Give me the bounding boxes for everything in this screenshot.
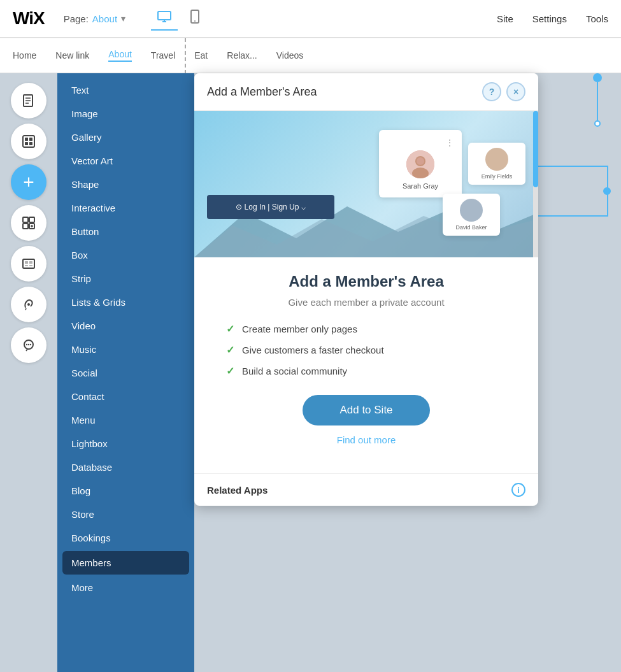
sidebar-elements-button[interactable] (11, 124, 46, 159)
nav-home[interactable]: Home (13, 50, 36, 61)
svg-rect-12 (25, 142, 28, 145)
svg-rect-14 (23, 217, 28, 222)
nav-newlink[interactable]: New link (55, 50, 89, 61)
find-out-more-link[interactable]: Find out more (213, 434, 519, 445)
selection-handle[interactable] (603, 187, 611, 195)
modal-content-subtitle: Give each member a private account (213, 297, 519, 308)
add-panel-members[interactable]: Members (62, 551, 189, 575)
svg-point-28 (26, 344, 27, 345)
svg-rect-15 (29, 217, 34, 222)
add-panel-strip[interactable]: Strip (57, 267, 194, 290)
svg-point-25 (27, 303, 30, 306)
nav-relax[interactable]: Relax... (227, 50, 257, 61)
sidebar-add-button[interactable]: + (11, 164, 46, 200)
svg-rect-24 (29, 265, 32, 266)
add-panel-listsgrids[interactable]: Lists & Grids (57, 290, 194, 314)
preview-login-bar: ⊙ Log In | Sign Up ⌵ (207, 195, 334, 219)
svg-point-37 (417, 157, 424, 165)
svg-rect-9 (23, 136, 34, 147)
svg-rect-16 (23, 224, 28, 229)
right-handle (593, 73, 602, 127)
device-buttons (151, 6, 206, 32)
sidebar-media-button[interactable] (11, 246, 46, 282)
handle-line (597, 82, 598, 120)
nav-videos[interactable]: Videos (276, 50, 304, 61)
sidebar-appmarket-button[interactable] (11, 205, 46, 241)
nav-travel[interactable]: Travel (151, 50, 175, 61)
add-panel-blog[interactable]: Blog (57, 479, 194, 503)
svg-line-31 (26, 349, 27, 351)
add-panel-lightbox[interactable]: Lightbox (57, 432, 194, 455)
modal-scrollbar-track[interactable] (533, 111, 538, 257)
modal-content-title: Add a Member's Area (213, 273, 519, 290)
add-panel-gallery[interactable]: Gallery (57, 125, 194, 149)
add-panel-more[interactable]: More (57, 576, 194, 599)
add-panel-button[interactable]: Button (57, 220, 194, 243)
tools-nav-item[interactable]: Tools (586, 13, 608, 24)
website-nav: Home New link About Travel Eat Relax... … (0, 38, 621, 73)
preview-emily-name: Emily Fields (473, 173, 520, 180)
related-apps-bar: Related Apps i (194, 473, 538, 506)
modal-help-button[interactable]: ? (482, 82, 501, 101)
add-to-site-button[interactable]: Add to Site (303, 395, 430, 425)
add-panel-interactive[interactable]: Interactive (57, 196, 194, 220)
settings-nav-item[interactable]: Settings (532, 13, 567, 24)
add-panel-menu[interactable]: Menu (57, 408, 194, 432)
modal-actions: ? × (482, 82, 525, 101)
related-apps-label: Related Apps (207, 485, 268, 496)
preview-sarah-name: Sarah Gray (387, 182, 454, 190)
svg-rect-22 (29, 261, 32, 264)
modal: Add a Member's Area ? × ⊙ Log In | Sign … (194, 73, 538, 506)
mobile-device-button[interactable] (184, 6, 206, 32)
add-panel-social[interactable]: Social (57, 361, 194, 385)
modal-title: Add a Member's Area (207, 85, 317, 99)
svg-rect-0 (158, 11, 171, 20)
page-name[interactable]: About (92, 13, 117, 24)
add-panel-store[interactable]: Store (57, 503, 194, 526)
svg-point-29 (28, 344, 29, 345)
site-nav-item[interactable]: Site (497, 13, 513, 24)
sidebar-chat-button[interactable] (11, 327, 46, 363)
modal-feature-1: ✓ Create member only pages (226, 323, 506, 335)
add-panel-shape[interactable]: Shape (57, 173, 194, 196)
nav-eat[interactable]: Eat (194, 50, 208, 61)
check-icon-2: ✓ (226, 344, 234, 356)
check-icon-1: ✓ (226, 323, 234, 335)
add-panel-video[interactable]: Video (57, 314, 194, 338)
nav-about[interactable]: About (108, 49, 132, 62)
desktop-device-button[interactable] (151, 7, 178, 31)
svg-rect-21 (25, 261, 28, 264)
page-selector[interactable]: Page: About ▾ (64, 13, 125, 24)
add-panel-text[interactable]: Text (57, 78, 194, 102)
svg-point-4 (194, 20, 196, 22)
login-text: ⊙ Log In | Sign Up ⌵ (236, 203, 306, 211)
modal-header: Add a Member's Area ? × (194, 73, 538, 111)
modal-scrollbar-thumb[interactable] (533, 111, 538, 187)
sidebar-blog-button[interactable] (11, 287, 46, 322)
preview-card-david: David Baker (443, 194, 500, 236)
modal-preview: ⊙ Log In | Sign Up ⌵ ⋮ Sarah Gray (194, 111, 538, 257)
three-dots-icon: ⋮ (387, 138, 454, 148)
add-panel-contact[interactable]: Contact (57, 385, 194, 408)
feature-label-3: Build a social community (242, 366, 347, 376)
info-icon[interactable]: i (511, 483, 525, 497)
selection-box (532, 166, 608, 217)
left-sidebar: + (0, 73, 57, 672)
add-panel-database[interactable]: Database (57, 455, 194, 479)
add-panel-music[interactable]: Music (57, 338, 194, 361)
wix-logo: WiX (13, 8, 45, 29)
chevron-down-icon[interactable]: ▾ (121, 13, 125, 24)
add-panel-bookings[interactable]: Bookings (57, 526, 194, 550)
preview-card-emily: Emily Fields (468, 143, 525, 185)
svg-point-30 (30, 344, 31, 345)
handle-bottom-dot[interactable] (594, 120, 601, 127)
preview-david-name: David Baker (448, 224, 495, 231)
page-label: Page: (64, 13, 89, 24)
add-panel-image[interactable]: Image (57, 102, 194, 125)
sidebar-pages-button[interactable] (11, 83, 46, 118)
add-panel-vectorart[interactable]: Vector Art (57, 149, 194, 173)
add-panel-box[interactable]: Box (57, 243, 194, 267)
modal-close-button[interactable]: × (506, 82, 525, 101)
top-bar: WiX Page: About ▾ Site Settings Tools (0, 0, 621, 38)
svg-rect-20 (23, 259, 34, 268)
